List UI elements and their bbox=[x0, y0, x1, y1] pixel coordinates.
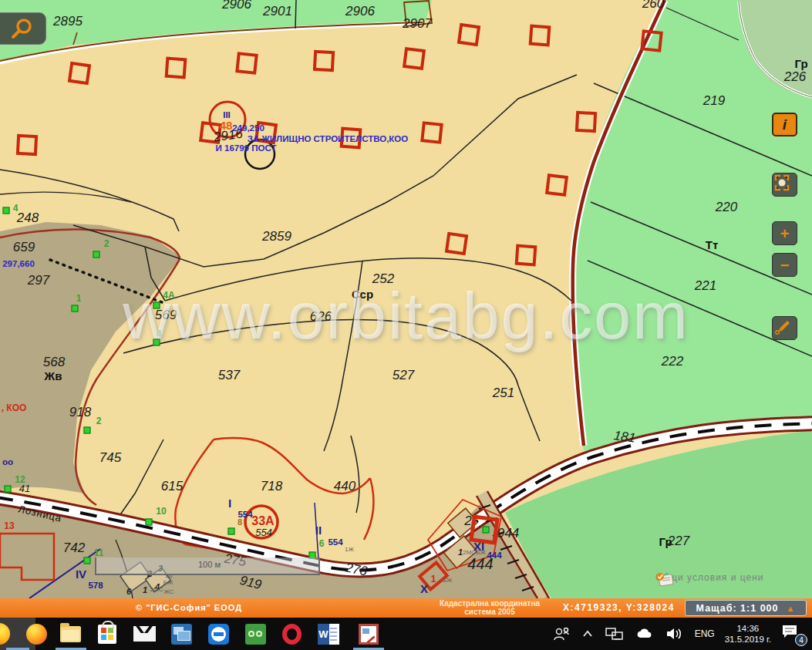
volume-icon[interactable] bbox=[665, 626, 685, 642]
tray-date: 31.5.2019 г. bbox=[725, 634, 771, 645]
language-indicator[interactable]: ENG bbox=[695, 628, 715, 639]
partial-app-icon bbox=[0, 623, 10, 645]
store-icon bbox=[98, 625, 116, 644]
chevron-up-icon[interactable] bbox=[581, 627, 595, 641]
point-marker bbox=[228, 528, 235, 535]
taskbar-teamviewer[interactable] bbox=[200, 618, 236, 650]
opera-icon bbox=[282, 624, 302, 645]
taskbar-system-app[interactable] bbox=[163, 618, 199, 650]
map-label: 220 bbox=[716, 200, 737, 215]
map-label: 41 bbox=[19, 483, 30, 494]
firefox-icon bbox=[26, 624, 47, 645]
map-label: 2906 bbox=[345, 4, 375, 19]
building-marker bbox=[515, 244, 537, 267]
map-label: 718 bbox=[261, 479, 282, 494]
taskbar-firefox[interactable] bbox=[19, 618, 54, 650]
map-label: 554 bbox=[255, 527, 272, 538]
taskbar-mail[interactable] bbox=[126, 618, 162, 650]
taskbar-clock[interactable]: 14:36 31.5.2019 г. bbox=[725, 623, 771, 645]
map-label: ЖС bbox=[163, 588, 174, 595]
map-label: 444 bbox=[467, 555, 493, 573]
word-icon bbox=[318, 624, 339, 645]
map-label: 227 bbox=[668, 534, 689, 549]
taskbar-green-app[interactable] bbox=[238, 618, 273, 650]
cursor-coordinates: X:4719323, Y:328024 bbox=[551, 602, 686, 613]
map-label: IV bbox=[76, 567, 86, 581]
windows-taskbar: ENG 14:36 31.5.2019 г. 4 bbox=[0, 618, 812, 650]
map-label: 578 bbox=[88, 581, 103, 590]
gis-sofia-app: 28952906290129062907260Гр226219220Тт2212… bbox=[0, 0, 812, 650]
map-label: 181 bbox=[613, 428, 637, 446]
pan-icon bbox=[773, 173, 791, 192]
watermark: www.orbitabg.com bbox=[0, 278, 812, 354]
photo-app-icon bbox=[359, 624, 379, 645]
taskbar-photo-app[interactable] bbox=[351, 618, 386, 650]
people-icon[interactable] bbox=[552, 625, 571, 642]
map-label: 13 bbox=[4, 520, 14, 531]
building-marker bbox=[165, 57, 187, 79]
taskbar-store[interactable] bbox=[89, 618, 125, 650]
notification-center[interactable]: 4 bbox=[781, 624, 804, 644]
map-scale-label: Мащаб: 1:1 000 bbox=[696, 603, 779, 614]
info-button[interactable]: i bbox=[772, 113, 797, 136]
map-label: 944 bbox=[497, 526, 519, 541]
map-label: ЗА ЖИЛИЩНО СТРОИТЕЛСТВО,КОО bbox=[248, 134, 409, 143]
network-icon[interactable] bbox=[605, 625, 625, 642]
taskbar-opera[interactable] bbox=[274, 618, 309, 650]
map-label: 10 bbox=[156, 506, 166, 517]
onedrive-cloud-icon[interactable] bbox=[635, 626, 655, 642]
building-marker bbox=[313, 50, 335, 72]
terms-link[interactable]: Общи условия и цени bbox=[655, 572, 763, 583]
map-label: 297,660 bbox=[2, 259, 35, 268]
status-bar: © "ГИС-София" ЕООД Кадастрална координат… bbox=[0, 598, 812, 618]
map-label: 219 bbox=[703, 93, 725, 109]
map-label: X bbox=[420, 582, 428, 595]
building-marker bbox=[529, 25, 551, 47]
map-label: 2 bbox=[96, 416, 102, 426]
map-label: 742 bbox=[63, 541, 85, 556]
map-label: 615 bbox=[161, 479, 183, 494]
map-canvas[interactable]: 28952906290129062907260Гр226219220Тт2212… bbox=[0, 0, 812, 598]
map-scale-widget[interactable]: Мащаб: 1:1 000 ▲ bbox=[685, 600, 807, 616]
map-label: 1 bbox=[458, 547, 463, 557]
map-scale-bar-label: 100 м bbox=[198, 560, 221, 569]
copyright-text: © "ГИС-София" ЕООД bbox=[116, 603, 262, 612]
zoom-in-icon: + bbox=[780, 226, 790, 241]
pan-button[interactable] bbox=[772, 173, 797, 197]
map-label: 260 bbox=[642, 0, 664, 12]
scale-expand-icon: ▲ bbox=[787, 604, 796, 613]
map-label: 1 bbox=[143, 585, 147, 594]
map-label: 2901 bbox=[263, 4, 292, 19]
green-app-icon bbox=[245, 624, 266, 645]
map-label: 6 bbox=[319, 538, 325, 549]
point-marker bbox=[93, 251, 100, 258]
map-label: I bbox=[228, 497, 231, 510]
building-marker bbox=[457, 23, 480, 46]
zoom-in-button[interactable]: + bbox=[772, 221, 797, 245]
taskbar-file-explorer[interactable] bbox=[52, 618, 88, 650]
map-label: 249,250 bbox=[232, 123, 264, 133]
map-label: 251 bbox=[493, 386, 514, 401]
map-label: 2 bbox=[464, 514, 471, 529]
building-marker bbox=[545, 173, 568, 197]
taskbar-word[interactable] bbox=[311, 618, 346, 650]
building-marker bbox=[420, 121, 443, 144]
building-marker bbox=[575, 111, 597, 133]
map-label: 745 bbox=[99, 450, 121, 466]
map-label: 248 bbox=[17, 210, 39, 226]
tray-time: 14:36 bbox=[725, 623, 771, 634]
map-label: 2859 bbox=[262, 229, 291, 244]
map-label: 1Ж bbox=[345, 546, 354, 553]
magnifier-button[interactable] bbox=[0, 12, 46, 45]
map-label: 8 bbox=[238, 517, 242, 527]
building-marker bbox=[16, 134, 38, 156]
building-marker bbox=[403, 47, 426, 70]
map-label: 568 bbox=[43, 355, 65, 370]
edit-button[interactable] bbox=[772, 316, 797, 340]
coordinate-system-text: Кадастрална координатна система 2005 bbox=[416, 599, 563, 616]
zoom-out-icon: − bbox=[780, 258, 790, 273]
zoom-out-button[interactable]: − bbox=[772, 253, 797, 277]
map-label: 537 bbox=[218, 368, 240, 383]
map-label: , КОО bbox=[2, 402, 27, 413]
point-marker bbox=[3, 207, 10, 214]
